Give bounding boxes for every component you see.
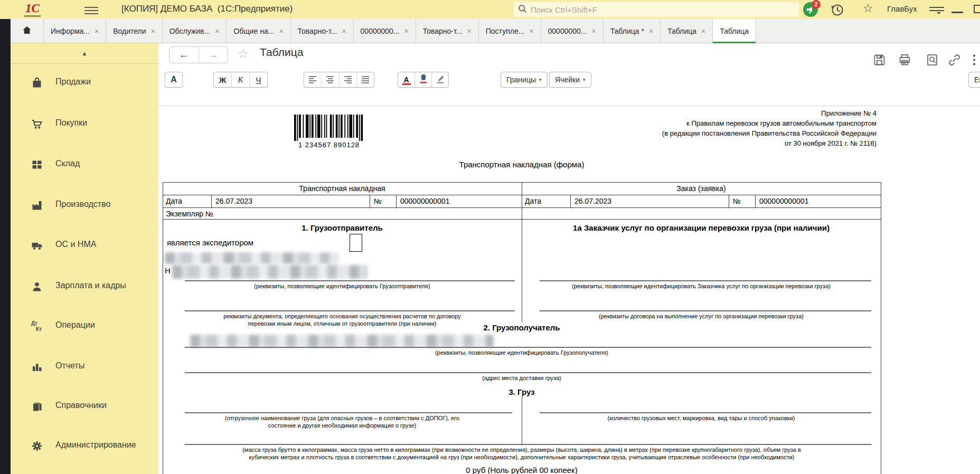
form-border — [211, 195, 212, 207]
maximize-icon[interactable] — [974, 5, 980, 13]
sidebar-item-label: Склад — [55, 159, 80, 168]
tab-label: 00000000... — [548, 27, 587, 35]
sidebar-item-label: Продажи — [55, 77, 91, 87]
tab-11[interactable]: Таблица× — [661, 19, 713, 43]
order-number: 000000000001 — [759, 195, 808, 207]
preview-icon[interactable] — [925, 53, 940, 68]
tab-6[interactable]: 00000000...× — [354, 19, 416, 43]
align-center-button[interactable] — [322, 72, 339, 87]
text-color-icon: А — [402, 75, 411, 84]
border-color-button[interactable] — [432, 72, 448, 87]
service-menu-icon[interactable] — [929, 5, 944, 16]
font-button[interactable]: A — [165, 72, 183, 88]
tab-close-icon[interactable]: × — [701, 27, 705, 35]
sidebar-item-2[interactable]: Покупки — [11, 113, 158, 135]
declared-amount: 0 руб (Ноль рублей 00 копеек) — [163, 464, 881, 474]
tab-close-icon[interactable]: × — [279, 27, 283, 35]
sidebar-collapse-button[interactable]: ▲ — [11, 43, 158, 64]
sidebar-item-3[interactable]: Склад — [11, 154, 158, 175]
back-button[interactable]: ← — [169, 47, 199, 63]
chevron-down-icon: ▾ — [539, 77, 542, 82]
tab-close-icon[interactable]: × — [404, 27, 409, 35]
sidebar-item-8[interactable]: Отчеты — [11, 356, 158, 377]
history-icon[interactable] — [830, 3, 845, 20]
more-toolbar-button[interactable]: Ещё — [968, 72, 980, 88]
align-right-button[interactable] — [340, 72, 357, 87]
svg-text:Дт: Дт — [31, 320, 37, 326]
tab-8[interactable]: Поступле...× — [479, 19, 541, 43]
minimize-icon[interactable] — [951, 12, 963, 13]
expeditor-checkbox[interactable] — [350, 234, 362, 252]
sidebar-item-5[interactable]: ОС и НМА — [11, 235, 158, 256]
tab-12[interactable]: Таблица — [713, 19, 756, 43]
caption-identify-consignee: (реквизиты, позволяющие идентифицировать… — [163, 349, 881, 356]
search-box[interactable]: Поиск Ctrl+Shift+F — [514, 2, 799, 17]
notification-badge: 2 — [812, 0, 821, 9]
tab-7[interactable]: Товарно-т...× — [416, 19, 479, 43]
cells-dropdown[interactable]: Ячейки ▾ — [549, 72, 591, 88]
form-fill-line — [185, 347, 871, 348]
sidebar-item-10[interactable]: Администрирование — [11, 435, 158, 457]
tab-close-icon[interactable]: × — [215, 27, 219, 35]
tab-home[interactable] — [11, 19, 44, 43]
text-color-button[interactable]: А — [398, 72, 415, 87]
tab-10[interactable]: Таблица *× — [604, 19, 661, 43]
notifications-icon[interactable]: 2 — [803, 2, 818, 17]
sidebar-item-6[interactable]: Зарплата и кадры — [11, 276, 158, 297]
tab-3[interactable]: Обслужив...× — [163, 19, 227, 43]
1c-logo[interactable]: 1С — [24, 2, 41, 17]
fill-color-button[interactable] — [415, 72, 432, 87]
titlebar: 1С [КОПИЯ] ДЕМО БАЗА (1С:Предприятие) По… — [0, 0, 980, 19]
favorites-star-icon[interactable]: ☆ — [863, 2, 873, 15]
fill-color-icon — [419, 73, 428, 86]
link-icon[interactable] — [947, 53, 962, 68]
tab-5[interactable]: Товарно-т...× — [291, 19, 354, 43]
borders-dropdown[interactable]: Границы ▾ — [501, 72, 548, 88]
date-label: Дата — [166, 195, 182, 207]
caption-cargo-places: (количество грузовых мест, маркировка, в… — [522, 415, 881, 422]
form-border-right — [881, 182, 881, 474]
italic-button[interactable]: К — [232, 72, 250, 87]
waybill-header: Транспортная накладная — [163, 183, 522, 194]
align-left-button[interactable] — [304, 72, 322, 87]
main-menu-icon[interactable] — [84, 5, 98, 16]
tab-close-icon[interactable]: × — [151, 27, 155, 35]
tab-close-icon[interactable]: × — [467, 27, 472, 35]
align-justify-button[interactable] — [357, 72, 374, 87]
tab-close-icon[interactable]: × — [592, 27, 596, 35]
forward-button[interactable]: → — [199, 47, 228, 63]
more-actions-icon[interactable] — [972, 53, 978, 68]
tab-2[interactable]: Водители× — [106, 19, 163, 43]
sidebar-item-7[interactable]: ДтКтОперации — [11, 316, 158, 337]
caption-cargo-name-line1: (отгрузочное наименование груза (для опа… — [163, 415, 522, 422]
date-label: Дата — [525, 195, 541, 207]
form-fill-line — [185, 372, 871, 373]
user-name[interactable]: ГлавБух — [887, 4, 917, 13]
sidebar-item-label: Покупки — [55, 118, 87, 128]
tab-9[interactable]: 00000000...× — [541, 19, 604, 43]
bold-button[interactable]: Ж — [214, 72, 232, 87]
align-center-icon — [326, 75, 334, 84]
cells-label: Ячейки — [555, 75, 580, 84]
tab-1[interactable]: Информа...× — [44, 19, 106, 43]
sidebar-item-4[interactable]: Производство — [11, 195, 158, 216]
tab-4[interactable]: Общие на...× — [227, 19, 290, 43]
tab-close-icon[interactable]: × — [95, 27, 99, 35]
tab-close-icon[interactable]: × — [342, 27, 346, 35]
print-icon[interactable] — [898, 53, 912, 68]
section3-title: 3. Груз — [163, 387, 881, 396]
caption-cargo-mass-line1: (масса груза брутто в килограммах, масса… — [163, 447, 881, 453]
save-icon[interactable] — [872, 53, 887, 68]
tab-label: Таблица — [720, 27, 749, 35]
app-window: 1С [КОПИЯ] ДЕМО БАЗА (1С:Предприятие) По… — [0, 0, 980, 474]
sidebar-item-label: Производство — [55, 200, 110, 209]
sidebar-item-1[interactable]: Продажи — [11, 72, 158, 93]
tab-close-icon[interactable]: × — [529, 27, 533, 35]
left-edge-strip — [0, 19, 11, 474]
sidebar-item-9[interactable]: Справочники — [11, 396, 158, 417]
tab-close-icon[interactable]: × — [649, 27, 653, 35]
add-favorite-star-icon[interactable]: ☆ — [238, 46, 249, 61]
redacted-consignee — [190, 335, 494, 347]
form-border — [755, 195, 756, 207]
underline-button[interactable]: Ч — [250, 72, 267, 87]
